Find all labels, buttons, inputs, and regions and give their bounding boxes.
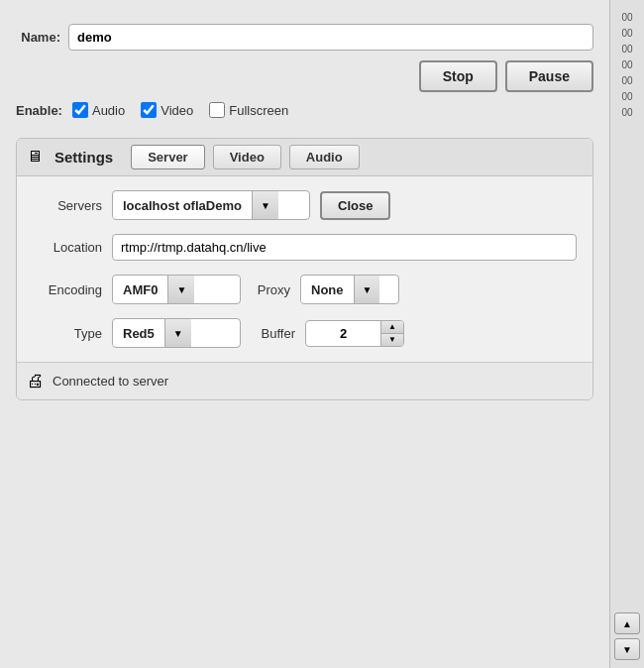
type-dropdown-arrow[interactable]: ▼ [164,319,191,347]
audio-checkbox-group: Audio [72,102,135,118]
close-button[interactable]: Close [320,191,390,220]
side-num-5: 00 [621,73,632,88]
side-num-1: 00 [621,10,632,25]
servers-label: Servers [33,198,102,213]
proxy-label: Proxy [251,282,290,297]
side-num-7: 00 [621,105,632,120]
servers-row: Servers localhost oflaDemo ▼ Close [33,190,577,220]
side-numbers: 00 00 00 00 00 00 00 [618,6,635,124]
buffer-input[interactable]: 2 ▲ ▼ [305,320,404,347]
encoding-dropdown-arrow[interactable]: ▼ [167,276,194,303]
video-checkbox[interactable] [141,102,157,118]
tab-audio[interactable]: Audio [289,145,360,169]
proxy-value: None [301,278,354,302]
proxy-dropdown-arrow[interactable]: ▼ [354,276,380,303]
encoding-label: Encoding [33,282,102,297]
settings-section: 🖥 Settings Server Video Audio Servers lo… [16,138,593,400]
video-checkbox-group: Video [141,102,203,118]
servers-value: localhost oflaDemo [113,193,252,218]
proxy-select[interactable]: None ▼ [300,275,399,304]
type-value: Red5 [113,321,164,346]
side-num-6: 00 [621,89,632,104]
location-row: Location [33,234,577,261]
connected-icon: 🖨 [27,371,45,391]
encoding-value: AMF0 [113,278,167,302]
settings-title: Settings [54,149,113,166]
main-panel: Name: Stop Pause Enable: Audio Video Ful… [0,0,609,668]
buffer-arrows: ▲ ▼ [380,321,403,346]
encoding-proxy-row: Encoding AMF0 ▼ Proxy None ▼ [33,275,577,304]
tab-server[interactable]: Server [131,145,204,169]
side-down-button[interactable]: ▼ [614,638,640,660]
side-num-4: 00 [621,57,632,72]
side-up-button[interactable]: ▲ [614,612,640,634]
side-controls: ▲ ▼ [614,612,640,668]
name-label: Name: [16,30,60,45]
settings-header: 🖥 Settings Server Video Audio [17,139,592,176]
top-section: Name: Stop Pause Enable: Audio Video Ful… [16,16,593,126]
settings-icon: 🖥 [27,148,47,167]
tab-video[interactable]: Video [213,145,281,169]
video-label: Video [161,103,193,118]
audio-checkbox[interactable] [72,102,88,118]
enable-row: Enable: Audio Video Fullscreen [16,102,593,118]
status-bar: 🖨 Connected to server [17,362,592,399]
enable-label: Enable: [16,103,62,118]
button-row: Stop Pause [16,60,593,92]
buffer-value: 2 [306,321,380,346]
side-panel: 00 00 00 00 00 00 00 ▲ ▼ [609,0,644,668]
servers-select[interactable]: localhost oflaDemo ▼ [112,190,310,220]
stop-button[interactable]: Stop [419,60,497,92]
encoding-select[interactable]: AMF0 ▼ [112,275,241,304]
name-row: Name: [16,24,593,51]
side-num-2: 00 [621,26,632,41]
type-buffer-row: Type Red5 ▼ Buffer 2 ▲ ▼ [33,318,577,348]
fullscreen-checkbox[interactable] [209,102,225,118]
side-num-3: 00 [621,42,632,56]
buffer-up-button[interactable]: ▲ [381,321,403,334]
buffer-label: Buffer [251,326,295,341]
type-label: Type [33,326,102,341]
settings-body: Servers localhost oflaDemo ▼ Close Locat… [17,176,592,362]
audio-label: Audio [92,103,125,118]
pause-button[interactable]: Pause [505,60,593,92]
location-input[interactable] [112,234,577,261]
buffer-down-button[interactable]: ▼ [381,334,403,346]
fullscreen-label: Fullscreen [229,103,288,118]
servers-dropdown-arrow[interactable]: ▼ [252,191,278,219]
type-select[interactable]: Red5 ▼ [112,318,241,348]
name-input[interactable] [68,24,593,51]
location-label: Location [33,240,102,255]
status-text: Connected to server [53,374,168,389]
fullscreen-checkbox-group: Fullscreen [209,102,298,118]
